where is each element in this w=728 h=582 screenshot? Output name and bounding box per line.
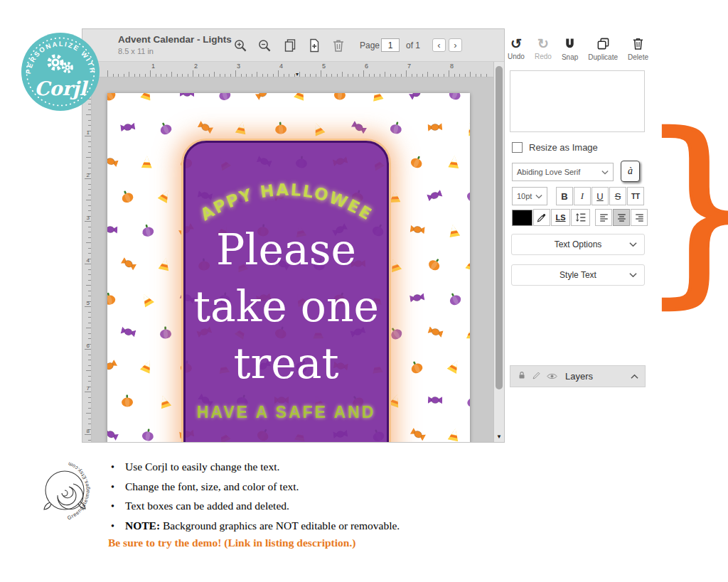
pattern-icon	[408, 153, 427, 172]
align-center-button[interactable]	[613, 209, 630, 226]
eye-icon[interactable]	[547, 370, 557, 383]
resize-checkbox[interactable]	[512, 142, 523, 153]
ruler-number: 5	[322, 63, 326, 70]
pattern-icon	[141, 156, 156, 171]
greengate-logo: GreengateImages.Etsy.com	[30, 458, 97, 524]
logo-circle-text: GreengateImages.Etsy.com	[66, 460, 90, 521]
pattern-icon	[139, 289, 158, 308]
style-text-expander[interactable]: Style Text	[511, 264, 645, 286]
pattern-icon	[107, 357, 120, 377]
arched-headline[interactable]: HAPPY HALLOWEEN	[200, 170, 373, 221]
resize-as-image-row: Resize as Image	[512, 142, 598, 153]
delete-label: Delete	[628, 53, 648, 61]
layers-header[interactable]: Layers	[510, 365, 646, 387]
scroll-down-arrow[interactable]: ▼	[494, 433, 504, 440]
letter-spacing-button[interactable]: LS	[551, 209, 570, 226]
pattern-icon	[407, 93, 427, 104]
align-left-button[interactable]	[595, 209, 612, 226]
letter-spacing-label: LS	[555, 213, 565, 222]
pattern-icon	[235, 120, 251, 136]
pattern-icon	[446, 290, 466, 309]
pattern-icon	[389, 189, 404, 204]
badge-brand-text: Corjl	[34, 77, 88, 99]
pattern-icon	[159, 325, 173, 340]
align-center-icon	[616, 212, 627, 223]
chevron-down-icon	[601, 170, 609, 175]
zoom-out-icon[interactable]	[257, 38, 272, 53]
rose-doodle	[44, 471, 85, 510]
action-bar: ↺ Undo ↻ Redo Snap Duplicate Delete	[508, 37, 648, 61]
poster-line-3[interactable]: treat	[233, 335, 338, 392]
vertical-ruler: 12345678	[82, 77, 92, 442]
scrollbar-thumb[interactable]	[496, 66, 503, 389]
pencil-icon[interactable]	[532, 370, 542, 383]
add-page-icon[interactable]	[307, 38, 321, 53]
eyedropper-button[interactable]	[533, 209, 550, 226]
poster-line-1[interactable]: Please	[216, 221, 356, 278]
lock-icon[interactable]	[517, 370, 527, 383]
snap-button[interactable]: Snap	[562, 37, 578, 61]
strikethrough-button[interactable]: S	[609, 187, 626, 205]
text-options-expander[interactable]: Text Options	[511, 234, 645, 255]
horizontal-ruler: ▾ 12345678	[92, 62, 493, 77]
redo-button[interactable]: ↻ Redo	[535, 37, 552, 61]
design-page[interactable]: HAPPY HALLOWEEN Please take one treat HA…	[107, 93, 470, 442]
chevron-down-icon	[535, 194, 542, 199]
bold-button[interactable]: B	[556, 187, 573, 205]
editor-window: Advent Calendar - Lights 8.5 x 11 in Pag…	[82, 28, 505, 443]
underline-button[interactable]: U	[592, 187, 609, 205]
pattern-icon	[293, 93, 311, 104]
page-number-input[interactable]	[381, 38, 400, 52]
pattern-icon	[139, 93, 157, 104]
canvas-area[interactable]: HAPPY HALLOWEEN Please take one treat HA…	[92, 77, 493, 442]
pattern-icon	[387, 323, 407, 343]
uppercase-button[interactable]: TT	[627, 187, 644, 205]
italic-button[interactable]: I	[574, 187, 591, 205]
chevron-down-icon	[629, 242, 637, 247]
note-bullet: •Use Corjl to easily change the text.	[107, 460, 491, 474]
corjl-badge: PERSONALIZE WITH Corjl	[20, 31, 101, 112]
ruler-number: 1	[151, 63, 155, 70]
element-preview-box	[510, 70, 645, 132]
pattern-icon	[141, 428, 157, 442]
poster-line-2[interactable]: take one	[193, 278, 379, 335]
line-spacing-button[interactable]	[571, 209, 590, 226]
copy-page-icon[interactable]	[283, 38, 297, 53]
font-family-select[interactable]: Abiding Love Serif	[512, 163, 614, 181]
vertical-scrollbar[interactable]: ▼	[493, 62, 504, 442]
pattern-icon	[447, 222, 464, 239]
next-page-button[interactable]: ›	[449, 38, 462, 52]
delete-button[interactable]: Delete	[628, 37, 648, 61]
pattern-icon	[387, 392, 405, 410]
notes-list: •Use Corjl to easily change the text.•Ch…	[107, 460, 491, 539]
eyedropper-icon	[536, 212, 547, 223]
text-format-row: B I U S TT	[556, 187, 644, 205]
snap-label: Snap	[562, 53, 578, 61]
text-color-swatch[interactable]	[512, 210, 532, 226]
redo-label: Redo	[535, 53, 552, 60]
pattern-icon	[466, 326, 470, 340]
duplicate-button[interactable]: Duplicate	[588, 37, 618, 61]
pattern-icon	[407, 426, 427, 442]
page-label: Page	[360, 41, 380, 50]
align-right-button[interactable]	[631, 209, 648, 226]
undo-button[interactable]: ↺ Undo	[508, 37, 525, 61]
ruler-number: 7	[87, 385, 90, 392]
trash-icon[interactable]	[331, 38, 346, 53]
poster-bottom-text[interactable]: HAVE A SAFE AND	[197, 403, 376, 422]
color-and-align-row: LS	[512, 209, 648, 226]
pattern-icon	[180, 93, 194, 102]
duplicate-icon	[596, 37, 610, 52]
pattern-icon	[120, 121, 136, 137]
pattern-icon	[107, 291, 119, 308]
ruler-cursor-marker: ▾	[296, 71, 299, 77]
poster-frame[interactable]: HAPPY HALLOWEEN Please take one treat HA…	[183, 141, 389, 442]
font-size-select[interactable]: 10pt	[512, 187, 547, 205]
duplicate-label: Duplicate	[588, 53, 618, 61]
pattern-icon	[447, 427, 464, 442]
zoom-in-icon[interactable]	[233, 38, 247, 53]
ruler-number: 2	[87, 172, 90, 178]
prev-page-button[interactable]: ‹	[432, 38, 446, 52]
pattern-icon	[428, 394, 443, 409]
accent-character-button[interactable]: à	[621, 161, 640, 182]
